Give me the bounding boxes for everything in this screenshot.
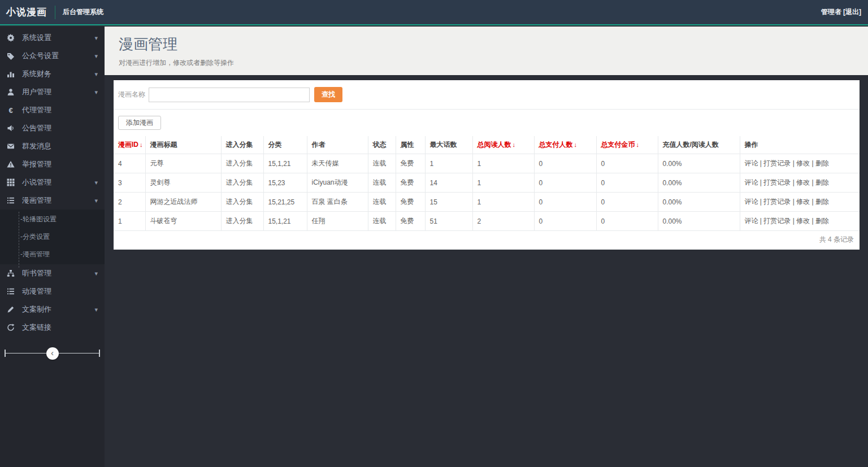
cell-id: 2 — [114, 193, 145, 212]
sidebar-item-user-management[interactable]: 用户管理▾ — [0, 83, 105, 101]
topbar: 小说漫画 后台管理系统 管理者 [退出] — [0, 0, 868, 25]
cell-ratio: 0.00% — [658, 212, 740, 231]
gear-icon — [6, 34, 15, 42]
cell-attribute: 免费 — [396, 212, 425, 231]
topbar-user-area: 管理者 [退出] — [821, 7, 868, 17]
sidebar-item-bulk-message[interactable]: 群发消息 — [0, 137, 105, 155]
action-delete[interactable]: 删除 — [815, 198, 829, 206]
table-row: 3灵剑尊进入分集15,23iCiyuan动漫连载免费141000.00%评论 |… — [114, 173, 860, 193]
page-subtitle: 对漫画进行增加，修改或者删除等操作 — [119, 58, 868, 68]
search-button[interactable]: 查找 — [314, 87, 342, 102]
action-delete[interactable]: 删除 — [815, 178, 829, 186]
table-row: 1斗破苍穹进入分集15,1,21任翔连载免费512000.00%评论 | 打赏记… — [114, 212, 860, 231]
cell-category: 15,23 — [263, 173, 307, 193]
column-header-id[interactable]: 漫画ID↓ — [114, 136, 145, 154]
action-comment[interactable]: 评论 — [745, 198, 758, 206]
sidebar-item-label: 公众号设置 — [22, 51, 59, 61]
cell-total-payers: 0 — [534, 212, 596, 231]
search-input[interactable] — [149, 88, 310, 102]
sidebar-collapse-slider: ‹ — [5, 347, 100, 360]
cell-total-coins: 0 — [596, 173, 658, 193]
action-delete[interactable]: 删除 — [815, 159, 829, 167]
sidebar-item-label: 小说管理 — [22, 177, 51, 187]
bar-chart-icon — [6, 70, 15, 78]
cell-total-readers: 1 — [472, 193, 534, 212]
slider-handle[interactable]: ‹ — [46, 347, 59, 360]
action-separator: | — [791, 198, 796, 206]
chevron-down-icon: ▾ — [94, 71, 98, 78]
add-comic-button[interactable]: 添加漫画 — [118, 116, 161, 130]
cell-ratio: 0.00% — [658, 193, 740, 212]
column-header-total-readers[interactable]: 总阅读人数↓ — [472, 136, 534, 154]
sidebar-item-system-settings[interactable]: 系统设置▾ — [0, 29, 105, 47]
action-reward-record[interactable]: 打赏记录 — [763, 178, 791, 186]
cell-author: iCiyuan动漫 — [307, 173, 368, 193]
sidebar-item-copywriting-production[interactable]: 文案制作▾ — [0, 300, 105, 318]
cell-id: 1 — [114, 212, 145, 231]
cell-author: 百泉 蓝白条 — [307, 193, 368, 212]
logout-link[interactable]: [退出] — [843, 8, 861, 16]
action-comment[interactable]: 评论 — [745, 159, 758, 167]
warning-icon — [6, 160, 15, 168]
action-edit[interactable]: 修改 — [796, 217, 810, 225]
action-reward-record[interactable]: 打赏记录 — [763, 217, 791, 225]
cell-status: 连载 — [368, 173, 396, 193]
sort-desc-icon: ↓ — [513, 141, 516, 148]
action-reward-record[interactable]: 打赏记录 — [763, 159, 791, 167]
action-edit[interactable]: 修改 — [796, 159, 810, 167]
action-comment[interactable]: 评论 — [745, 217, 758, 225]
action-delete[interactable]: 删除 — [815, 217, 829, 225]
tag-icon — [6, 52, 15, 60]
column-header-operations: 操作 — [740, 136, 860, 154]
grid-icon — [6, 178, 15, 186]
cell-episodes[interactable]: 进入分集 — [221, 193, 263, 212]
sidebar-item-label: 代理管理 — [22, 105, 51, 115]
sidebar-item-label: 公告管理 — [22, 123, 51, 133]
cell-total-payers: 0 — [534, 193, 596, 212]
action-separator: | — [791, 159, 796, 167]
action-comment[interactable]: 评论 — [745, 178, 758, 186]
sidebar-item-anime-management[interactable]: 动漫管理 — [0, 282, 105, 300]
sidebar-item-report-management[interactable]: 举报管理 — [0, 155, 105, 173]
sidebar-item-label: 举报管理 — [22, 159, 51, 169]
sidebar-item-system-finance[interactable]: 系统财务▾ — [0, 65, 105, 83]
cell-operations: 评论 | 打赏记录 | 修改 | 删除 — [740, 154, 860, 173]
sidebar-item-audiobook-management[interactable]: 听书管理▾ — [0, 264, 105, 282]
sidebar-subitem-comic-management-page[interactable]: -漫画管理 — [0, 246, 105, 263]
sidebar-item-official-account-settings[interactable]: 公众号设置▾ — [0, 47, 105, 65]
list-icon — [6, 197, 15, 204]
sidebar-nav: 系统设置▾公众号设置▾系统财务▾用户管理▾€代理管理公告管理群发消息举报管理小说… — [0, 27, 105, 337]
chevron-down-icon: ▾ — [94, 53, 98, 60]
cell-total-readers: 2 — [472, 212, 534, 231]
action-reward-record[interactable]: 打赏记录 — [763, 198, 791, 206]
sidebar-item-label: 文案链接 — [22, 322, 51, 333]
action-edit[interactable]: 修改 — [796, 178, 810, 186]
action-edit[interactable]: 修改 — [796, 198, 810, 206]
column-header-max-episodes: 最大话数 — [425, 136, 472, 154]
column-header-recharge-read-ratio: 充值人数/阅读人数 — [658, 136, 740, 154]
table-header: 漫画ID↓漫画标题进入分集分类作者状态属性最大话数总阅读人数↓总支付人数↓总支付… — [114, 136, 860, 154]
cell-operations: 评论 | 打赏记录 | 修改 | 删除 — [740, 173, 860, 193]
system-name: 后台管理系统 — [63, 7, 103, 17]
cell-title: 斗破苍穹 — [145, 212, 221, 231]
sidebar-item-copywriting-link[interactable]: 文案链接 — [0, 318, 105, 337]
sidebar-item-agent-management[interactable]: €代理管理 — [0, 101, 105, 119]
cell-episodes[interactable]: 进入分集 — [221, 173, 263, 193]
sidebar-subitem-category-settings[interactable]: -分类设置 — [0, 228, 105, 246]
sidebar-item-label: 文案制作 — [22, 304, 51, 315]
chevron-down-icon: ▾ — [94, 270, 98, 277]
cell-episodes[interactable]: 进入分集 — [221, 212, 263, 231]
cell-total-readers: 1 — [472, 173, 534, 193]
column-header-total-coins[interactable]: 总支付金币↓ — [596, 136, 658, 154]
pen-icon — [6, 305, 15, 313]
sidebar-subitem-carousel-settings[interactable]: -轮播图设置 — [0, 211, 105, 228]
sidebar-item-label: 系统财务 — [22, 69, 51, 79]
sidebar-item-announcement-management[interactable]: 公告管理 — [0, 119, 105, 137]
sidebar-item-comic-management[interactable]: 漫画管理▾ — [0, 191, 105, 210]
share-icon — [6, 324, 15, 331]
column-header-total-payers[interactable]: 总支付人数↓ — [534, 136, 596, 154]
page-header: 漫画管理 对漫画进行增加，修改或者删除等操作 — [105, 27, 868, 75]
cell-episodes[interactable]: 进入分集 — [221, 154, 263, 173]
speaker-icon — [6, 124, 15, 132]
sidebar-item-novel-management[interactable]: 小说管理▾ — [0, 173, 105, 191]
